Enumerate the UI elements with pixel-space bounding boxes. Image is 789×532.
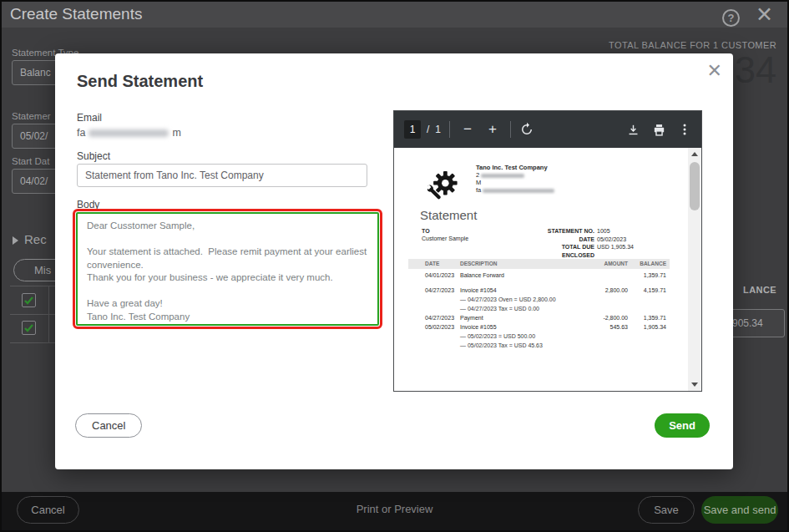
download-icon[interactable] [626,123,640,137]
email-value: fam [77,127,181,139]
table-detail-row: — 05/02/2023 = USD 500.00 [408,333,670,340]
page-number-input[interactable]: 1 [404,120,421,139]
redacted-email-blur [89,129,169,137]
pdf-scrollbar[interactable] [688,148,701,391]
table-divider [10,342,55,343]
statement-info-block: STATEMENT NO.1005 DATE05/02/2023 TOTAL D… [503,227,661,259]
send-button[interactable]: Send [655,413,710,438]
table-detail-row: — 04/27/2023 Tax = USD 0.00 [408,306,670,312]
statement-to-block: TO Customer Sample [422,227,468,242]
print-icon[interactable] [652,123,666,137]
start-date-label: Start Dat [12,156,49,166]
info-value: USD 1,905.34 [597,243,634,251]
info-label: TOTAL DUE [503,243,594,251]
info-label: STATEMENT NO. [503,227,594,236]
table-detail-row: — 04/27/2023 Oven = USD 2,800.00 [408,296,670,303]
info-label: DATE [503,236,594,244]
statement-title: Statement [420,208,477,222]
save-and-send-label: Save and send [704,504,776,516]
table-row: 04/27/2023 Payment -2,800.00 1,359.71 [408,315,670,322]
save-and-send-button[interactable]: Save and send ▾ [701,496,778,524]
email-label: Email [77,112,102,124]
statement-table: DATE DESCRIPTION AMOUNT BALANCE 04/01/20… [408,259,670,352]
company-info-block: Tano Inc. Test Company 2 M fa [476,165,554,195]
scroll-down-icon[interactable] [688,378,701,391]
body-textarea[interactable]: Dear Cusstomer Sample, Your statement is… [76,212,379,326]
toolbar-divider [449,121,450,138]
statement-table-header: DATE DESCRIPTION AMOUNT BALANCE [408,259,670,269]
info-value: 05/02/2023 [597,236,626,244]
rotate-icon[interactable] [519,122,534,137]
recipients-expander-icon[interactable] [13,236,18,245]
help-icon[interactable]: ? [722,9,740,27]
cancel-button[interactable]: Cancel [75,413,142,438]
company-name: Tano Inc. Test Company [476,165,554,171]
redacted-address-blur [481,174,524,178]
info-label: ENCLOSED [503,251,594,260]
close-icon[interactable]: ✕ [756,3,773,27]
send-statement-modal: ✕ Send Statement Email fam Subject State… [55,53,733,469]
statement-date-label: Statemer [12,111,51,121]
subject-input[interactable]: Statement from Tano Inc. Test Company [77,164,367,187]
page-title: Create Statements [10,5,142,23]
pdf-toolbar: 1 / 1 − + [394,111,701,148]
company-logo-gear-wrench-icon [427,168,459,203]
toolbar-divider [510,121,511,138]
select-all-checkbox[interactable] [22,293,36,307]
page-divider: / [427,124,429,135]
table-detail-row: — 05/02/2023 Tax = USD 45.63 [408,342,670,349]
footer-save-button[interactable]: Save [638,496,695,524]
statement-document: Tano Inc. Test Company 2 M fa Statement … [394,148,688,391]
modal-title: Send Statement [77,72,203,91]
page-footer-bar: Cancel Print or Preview Save Save and se… [2,492,787,530]
create-statements-screen: Create Statements ? ✕ TOTAL BALANCE FOR … [0,0,789,532]
zoom-in-button[interactable]: + [483,120,502,139]
table-row: 04/27/2023 Invoice #1054 2,800.00 4,159.… [408,287,670,294]
redacted-email-blur [483,189,554,193]
info-value: 1005 [597,227,610,236]
table-column-divider [48,286,49,342]
page-count: 1 [435,124,441,135]
modal-close-icon[interactable]: ✕ [707,60,722,82]
body-label: Body [77,199,99,210]
more-vertical-icon[interactable] [678,123,691,136]
recipients-section-label[interactable]: Rec [24,232,47,246]
zoom-out-button[interactable]: − [458,120,477,139]
table-row: 05/02/2023 Invoice #1055 545.63 1,905.34 [408,324,670,331]
scrollbar-thumb[interactable] [690,162,700,210]
pdf-preview-pane: 1 / 1 − + [393,110,702,392]
scroll-up-icon[interactable] [688,148,701,160]
pdf-page: Tano Inc. Test Company 2 M fa Statement … [394,148,701,391]
table-row: 04/01/2023 Balance Forward 1,359.71 [408,272,670,279]
row-checkbox[interactable] [22,321,36,335]
subject-label: Subject [77,150,110,162]
to-name: Customer Sample [422,235,468,242]
to-label: TO [422,227,468,235]
